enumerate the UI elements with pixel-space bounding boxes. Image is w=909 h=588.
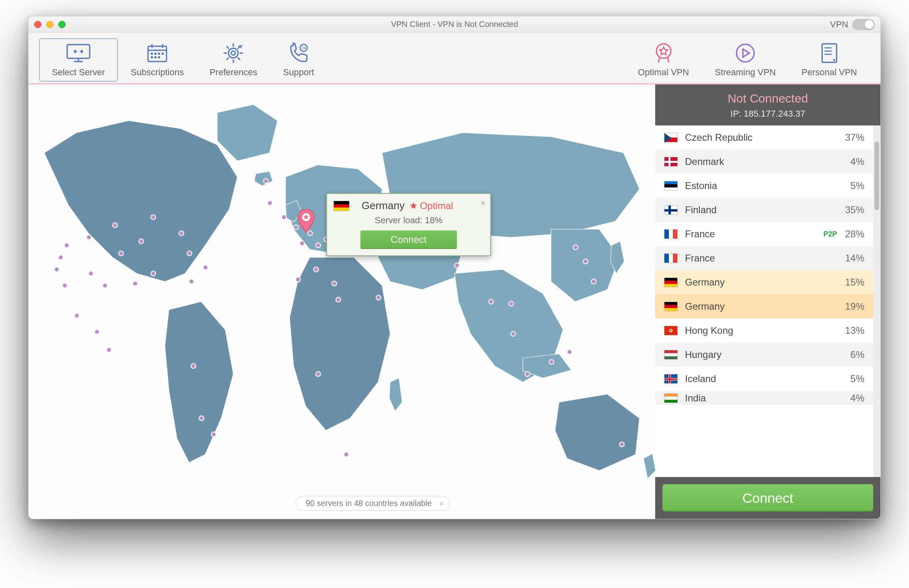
server-marker[interactable]	[150, 214, 156, 220]
toolbar-streaming-vpn[interactable]: Streaming VPN	[702, 38, 789, 82]
toolbar-support[interactable]: 24 Support	[270, 38, 327, 82]
server-marker[interactable]	[62, 283, 68, 288]
server-row[interactable]: Estonia5%	[655, 174, 880, 198]
svg-text:24: 24	[302, 46, 306, 50]
server-marker[interactable]	[187, 251, 192, 256]
server-marker[interactable]	[86, 234, 92, 240]
server-marker[interactable]	[138, 238, 144, 244]
server-marker[interactable]	[567, 349, 572, 355]
server-marker[interactable]	[74, 313, 80, 319]
flag-icon	[664, 229, 678, 239]
svg-rect-0	[67, 45, 90, 58]
server-country: India	[685, 393, 850, 404]
server-row[interactable]: Hungary6%	[655, 343, 880, 367]
server-load: 37%	[845, 132, 864, 143]
dismiss-icon[interactable]: ×	[439, 499, 444, 508]
server-marker[interactable]	[88, 271, 94, 276]
server-marker[interactable]	[199, 415, 204, 421]
server-marker[interactable]	[488, 299, 494, 304]
svg-line-22	[226, 58, 229, 60]
minimize-window-button[interactable]	[46, 21, 53, 28]
popup-connect-button[interactable]: Connect	[360, 230, 457, 249]
server-marker[interactable]	[331, 281, 337, 286]
server-country: France	[685, 228, 823, 240]
server-marker[interactable]	[343, 452, 349, 457]
server-marker[interactable]	[150, 271, 156, 276]
server-marker[interactable]	[524, 371, 530, 377]
vpn-toggle-switch[interactable]	[852, 19, 875, 30]
server-row[interactable]: Denmark4%	[655, 150, 880, 174]
server-marker[interactable]	[583, 259, 588, 264]
server-country: Iceland	[685, 373, 850, 384]
server-row[interactable]: Finland35%	[655, 198, 880, 222]
server-list[interactable]: Czech Republic37%Denmark4%Estonia5%Finla…	[655, 125, 880, 477]
server-marker[interactable]	[335, 297, 341, 302]
flag-icon	[664, 374, 678, 384]
server-marker[interactable]	[189, 279, 194, 284]
toolbar-preferences[interactable]: Preferences	[197, 38, 270, 82]
server-row[interactable]: FranceP2P28%	[655, 222, 880, 246]
server-row[interactable]: Germany15%	[655, 270, 880, 294]
server-marker[interactable]	[299, 241, 305, 246]
server-marker[interactable]	[203, 265, 208, 270]
server-marker[interactable]	[376, 295, 381, 300]
scrollbar-thumb[interactable]	[874, 142, 879, 210]
server-marker[interactable]	[315, 243, 321, 248]
server-row[interactable]: ✿Hong Kong13%	[655, 319, 880, 343]
zoom-window-button[interactable]	[58, 21, 66, 28]
scrollbar-track[interactable]	[873, 125, 880, 477]
server-marker[interactable]	[106, 347, 112, 353]
toolbar-label: Subscriptions	[131, 67, 184, 78]
world-map[interactable]: × Germany Optimal Server load: 18% Conne…	[29, 84, 655, 519]
server-marker[interactable]	[295, 277, 301, 282]
server-marker[interactable]	[315, 371, 321, 377]
toolbar-subscriptions[interactable]: Subscriptions	[118, 38, 197, 82]
server-marker[interactable]	[591, 279, 596, 284]
server-marker[interactable]	[118, 251, 124, 256]
server-row[interactable]: France14%	[655, 246, 880, 270]
svg-rect-12	[154, 56, 156, 58]
toolbar-optimal-vpn[interactable]: Optimal VPN	[625, 38, 702, 82]
map-pin-selected[interactable]	[297, 209, 315, 233]
server-marker[interactable]	[619, 442, 625, 447]
server-marker[interactable]	[573, 245, 578, 250]
server-marker[interactable]	[132, 281, 138, 286]
flag-icon	[664, 181, 678, 191]
toolbar-label: Support	[283, 67, 314, 78]
server-marker[interactable]	[549, 359, 554, 365]
server-row[interactable]: India4%	[655, 391, 880, 405]
server-marker[interactable]	[281, 214, 287, 220]
connection-status: Not Connected	[655, 92, 880, 105]
server-marker[interactable]	[510, 331, 516, 337]
server-marker[interactable]	[454, 263, 460, 268]
server-marker[interactable]	[64, 243, 70, 248]
server-row[interactable]: Iceland5%	[655, 367, 880, 391]
titlebar: VPN Client - VPN is Not Connected VPN	[29, 16, 880, 33]
toolbar-select-server[interactable]: Select Server	[39, 38, 118, 82]
server-marker[interactable]	[58, 255, 64, 260]
window-controls	[34, 21, 66, 28]
server-marker[interactable]	[263, 178, 269, 184]
server-marker[interactable]	[102, 283, 108, 288]
vpn-toggle-group: VPN	[830, 19, 875, 30]
close-window-button[interactable]	[34, 21, 41, 28]
flag-icon	[664, 350, 678, 360]
window-title: VPN Client - VPN is Not Connected	[29, 20, 880, 29]
toolbar-label: Personal VPN	[802, 67, 857, 78]
server-row[interactable]: Germany19%	[655, 294, 880, 319]
server-marker[interactable]	[211, 432, 216, 437]
server-row[interactable]: Czech Republic37%	[655, 125, 880, 150]
server-marker[interactable]	[508, 301, 514, 306]
server-marker[interactable]	[54, 267, 60, 272]
toolbar-personal-vpn[interactable]: Personal VPN	[789, 38, 870, 82]
server-marker[interactable]	[94, 329, 100, 335]
flag-icon	[664, 302, 678, 311]
connect-button[interactable]: Connect	[662, 484, 873, 512]
close-icon[interactable]: ×	[480, 198, 485, 208]
server-marker[interactable]	[112, 222, 118, 228]
server-marker[interactable]	[179, 230, 184, 236]
popup-country: Germany	[362, 199, 405, 212]
server-marker[interactable]	[267, 200, 273, 206]
server-marker[interactable]	[313, 267, 319, 272]
server-marker[interactable]	[191, 363, 196, 369]
